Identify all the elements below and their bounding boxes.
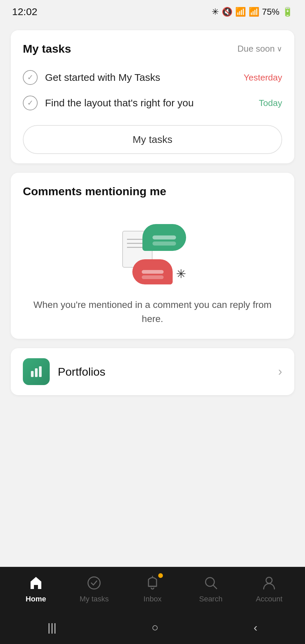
nav-label-search: Search (199, 595, 223, 603)
android-home-button[interactable]: ○ (151, 621, 159, 634)
nav-item-home[interactable]: Home (7, 574, 65, 603)
red-bubble-icon (132, 259, 173, 284)
status-time: 12:02 (12, 6, 37, 17)
bar-chart-icon (29, 364, 44, 379)
inbox-icon (143, 574, 162, 592)
task-check-icon: ✓ (23, 70, 38, 85)
comments-header: Comments mentioning me (23, 185, 282, 198)
task-item[interactable]: ✓ Find the layout that's right for you T… (23, 90, 282, 116)
portfolios-label: Portfolios (58, 365, 105, 378)
green-bubble-icon (142, 224, 186, 251)
mute-icon: 🔇 (222, 7, 232, 17)
nav-item-search[interactable]: Search (182, 574, 240, 603)
home-icon (27, 574, 45, 592)
my-tasks-nav-icon (85, 574, 103, 592)
battery-icon: 🔋 (282, 7, 293, 17)
my-tasks-card: My tasks Due soon ∨ ✓ Get started with M… (11, 30, 294, 163)
account-icon (260, 574, 278, 592)
svg-point-3 (88, 577, 100, 589)
svg-rect-2 (39, 366, 42, 377)
android-recents-button[interactable]: ||| (48, 621, 57, 634)
chevron-right-icon: › (278, 365, 282, 379)
task-item[interactable]: ✓ Get started with My Tasks Yesterday (23, 65, 282, 90)
nav-item-my-tasks[interactable]: My tasks (65, 574, 124, 603)
search-icon (202, 574, 220, 592)
status-icons: ✳ 🔇 📶 📶 75% 🔋 (212, 7, 293, 17)
inbox-badge (158, 573, 163, 578)
battery-text: 75% (262, 7, 279, 17)
nav-label-inbox: Inbox (143, 595, 162, 603)
portfolios-icon (23, 358, 50, 385)
my-tasks-title: My tasks (23, 42, 71, 55)
comments-title: Comments mentioning me (23, 185, 166, 198)
svg-point-5 (266, 577, 272, 583)
bluetooth-icon: ✳ (212, 7, 219, 17)
bottom-nav: Home My tasks Inbox (0, 567, 305, 610)
signal-icon: 📶 (249, 7, 259, 17)
svg-rect-1 (35, 368, 38, 377)
speech-bubbles-illustration: ✳ (119, 224, 186, 284)
android-nav-bar: ||| ○ ‹ (0, 610, 305, 644)
nav-item-inbox[interactable]: Inbox (123, 574, 182, 603)
nav-label-home: Home (26, 595, 46, 603)
comments-empty-state: ✳ When you're mentioned in a comment you… (23, 207, 282, 329)
main-content: My tasks Due soon ∨ ✓ Get started with M… (0, 23, 305, 402)
nav-item-account[interactable]: Account (240, 574, 298, 603)
status-bar: 12:02 ✳ 🔇 📶 📶 75% 🔋 (0, 0, 305, 23)
wifi-icon: 📶 (235, 7, 246, 17)
asterisk-icon: ✳ (176, 267, 186, 281)
svg-rect-0 (31, 371, 34, 377)
nav-label-my-tasks: My tasks (80, 595, 109, 603)
nav-label-account: Account (256, 595, 282, 603)
android-back-button[interactable]: ‹ (254, 621, 257, 634)
comments-card: Comments mentioning me ✳ When you're men… (11, 173, 294, 339)
due-soon-filter[interactable]: Due soon ∨ (237, 44, 282, 54)
my-tasks-header: My tasks Due soon ∨ (23, 42, 282, 55)
task-label: Find the layout that's right for you (45, 97, 194, 109)
comments-empty-text: When you're mentioned in a comment you c… (23, 298, 282, 326)
my-tasks-button[interactable]: My tasks (23, 125, 282, 154)
portfolios-card[interactable]: Portfolios › (11, 348, 294, 395)
chevron-down-icon: ∨ (277, 45, 282, 53)
task-date: Today (259, 98, 282, 108)
task-check-icon: ✓ (23, 96, 38, 110)
task-label: Get started with My Tasks (45, 72, 160, 83)
task-date: Yesterday (244, 72, 282, 83)
